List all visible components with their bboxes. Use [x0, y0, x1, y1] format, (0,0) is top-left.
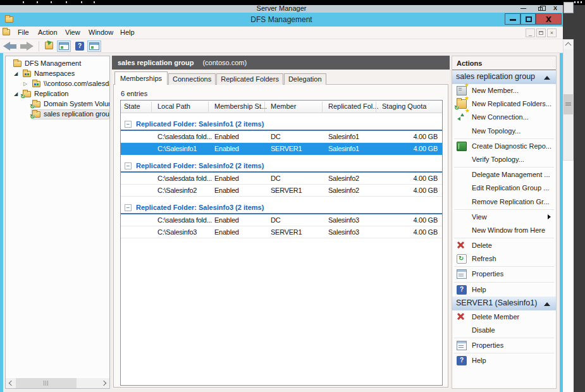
tree-item-label: DFS Management	[25, 59, 81, 67]
maximize-button[interactable]	[520, 13, 536, 25]
action-label: Create Diagnostic Repo...	[472, 142, 551, 150]
table-row[interactable]: C:\Salesinfo2EnabledSERVER1Salesinfo24.0…	[121, 185, 442, 197]
action-label: Edit Replication Group ...	[472, 184, 549, 192]
namespaces-icon	[23, 71, 31, 77]
scroll-thumb[interactable]	[563, 94, 573, 114]
back-button[interactable]	[3, 42, 17, 51]
column-separator[interactable]	[208, 102, 209, 112]
column-separator[interactable]	[264, 102, 265, 112]
column-separator[interactable]	[376, 102, 376, 112]
tab-replicated-folders[interactable]: Replicated Folders	[216, 73, 283, 85]
tree-item[interactable]: ◢Namespaces	[6, 69, 109, 79]
action-label: New Replicated Folders...	[472, 100, 551, 107]
collapse-group-icon[interactable]: −	[125, 204, 132, 211]
column-header[interactable]: State	[124, 102, 151, 110]
menu-window[interactable]: Window	[89, 28, 113, 36]
background-scrollbar[interactable]	[563, 39, 574, 161]
collapse-section-icon[interactable]	[544, 76, 550, 80]
action-disable[interactable]: Disable	[452, 324, 556, 337]
table-row[interactable]: C:\salesdata fold...EnabledDCSalesinfo34…	[121, 214, 442, 226]
group-header-row[interactable]: −Replicated Folder: Salesinfo2 (2 items)	[121, 160, 442, 173]
collapse-arrow-icon[interactable]: ◢	[14, 71, 18, 77]
menu-file[interactable]: File	[18, 28, 29, 36]
actions-pane: Actions sales replication group★New Memb…	[452, 56, 557, 389]
table-row[interactable]: C:\Salesinfo3EnabledSERVER1Salesinfo34.0…	[121, 226, 442, 238]
action-label: Verify Topology...	[472, 156, 524, 163]
child-restore-button[interactable]	[536, 28, 546, 37]
table-row[interactable]: C:\salesdata fold...EnabledDCSalesinfo24…	[121, 173, 442, 185]
new-member-icon: ★	[457, 86, 467, 95]
action-properties[interactable]: Properties	[452, 339, 556, 352]
show-action-pane-button[interactable]	[87, 40, 101, 52]
sm-close-button[interactable]: X	[553, 5, 557, 11]
cell-membership_status: Enabled	[214, 216, 269, 224]
action-new-connection[interactable]: ★New Connection...	[452, 111, 556, 124]
collapse-section-icon[interactable]	[544, 302, 550, 306]
scroll-up-arrow[interactable]	[563, 40, 573, 49]
table-row[interactable]: C:\salesdata fold...EnabledDCSalesinfo14…	[121, 131, 442, 143]
collapse-arrow-icon[interactable]: ◢	[14, 91, 18, 97]
action-create-diagnostic-repo[interactable]: Create Diagnostic Repo...	[452, 140, 556, 153]
collapse-group-icon[interactable]: −	[125, 121, 132, 128]
expand-arrow-icon[interactable]: ▷	[23, 81, 27, 87]
column-header[interactable]: Staging Quota	[382, 102, 426, 110]
menu-view[interactable]: View	[65, 28, 80, 36]
collapse-group-icon[interactable]: −	[125, 162, 132, 169]
cell-local_path: C:\Salesinfo3	[157, 228, 213, 236]
column-separator[interactable]	[151, 102, 152, 112]
group-header-row[interactable]: −Replicated Folder: Salesinfo1 (2 items)	[121, 118, 442, 131]
tree-item[interactable]: sales replication group	[6, 109, 109, 119]
scroll-left-arrow[interactable]	[6, 378, 16, 388]
cell-staging_quota: 4.00 GB	[413, 175, 438, 182]
tree-horizontal-scrollbar[interactable]	[6, 378, 109, 388]
tree-item[interactable]: ◢Replication	[6, 89, 109, 99]
column-header[interactable]: Member	[271, 102, 326, 110]
action-edit-replication-group[interactable]: Edit Replication Group ...	[452, 181, 556, 195]
action-view[interactable]: View	[452, 211, 556, 224]
group-header-row[interactable]: −Replicated Folder: Salesinfo3 (2 items)	[121, 202, 442, 214]
tree-item[interactable]: Domain System Volume	[6, 99, 109, 109]
tab-memberships[interactable]: Memberships	[114, 71, 168, 85]
child-close-button[interactable]: ×	[547, 28, 557, 37]
menu-action[interactable]: Action	[38, 28, 58, 36]
section-header-label: sales replication group	[456, 72, 535, 81]
table-row[interactable]: C:\Salesinfo1EnabledSERVER1Salesinfo14.0…	[121, 143, 442, 155]
delete-icon	[457, 241, 467, 250]
scroll-right-arrow[interactable]	[99, 378, 109, 388]
minimize-button[interactable]	[505, 13, 520, 25]
action-verify-topology[interactable]: Verify Topology...	[452, 153, 556, 166]
action-remove-replication-gr[interactable]: Remove Replication Gr...	[452, 195, 556, 209]
cell-membership_status: Enabled	[214, 228, 269, 236]
tree-item[interactable]: DFS Management	[6, 59, 109, 69]
tree-item-label: Replication	[34, 90, 68, 97]
action-label: New Topology...	[472, 127, 520, 135]
tab-delegation[interactable]: Delegation	[284, 73, 326, 85]
action-help[interactable]: Help	[452, 354, 556, 367]
action-properties[interactable]: Properties	[452, 267, 556, 281]
window-title: DFS Management	[0, 15, 563, 24]
menu-help[interactable]: Help	[120, 28, 135, 36]
sm-minimize-button[interactable]: —	[520, 5, 526, 11]
action-delegate-management[interactable]: Delegate Management ...	[452, 168, 556, 181]
export-list-button[interactable]	[42, 40, 56, 52]
dfs-titlebar[interactable]: DFS Management X	[0, 13, 563, 27]
show-console-tree-button[interactable]	[57, 40, 71, 52]
scroll-thumb[interactable]	[16, 378, 77, 388]
action-refresh[interactable]: Refresh	[452, 252, 556, 266]
forward-button[interactable]	[20, 42, 34, 51]
action-new-topology[interactable]: New Topology...	[452, 125, 556, 138]
column-header[interactable]: Membership St...	[214, 102, 269, 110]
column-separator[interactable]	[322, 102, 323, 112]
actions-section-header[interactable]: SERVER1 (Salesinfo1)	[452, 297, 556, 310]
action-delete-member[interactable]: Delete Member	[452, 310, 556, 324]
tab-connections[interactable]: Connections	[168, 73, 216, 85]
sm-restore-button[interactable]	[538, 7, 543, 11]
action-help[interactable]: Help	[452, 283, 556, 297]
tree-item[interactable]: ▷\\contoso.com\salesdat	[6, 79, 109, 89]
action-new-window-from-here[interactable]: New Window from Here	[452, 224, 556, 237]
column-header[interactable]: Local Path	[157, 102, 213, 110]
child-minimize-button[interactable]: _	[526, 28, 535, 37]
column-header[interactable]: Replicated Fol...	[328, 102, 380, 110]
close-button[interactable]: X	[536, 13, 562, 25]
action-delete[interactable]: Delete	[452, 239, 556, 252]
